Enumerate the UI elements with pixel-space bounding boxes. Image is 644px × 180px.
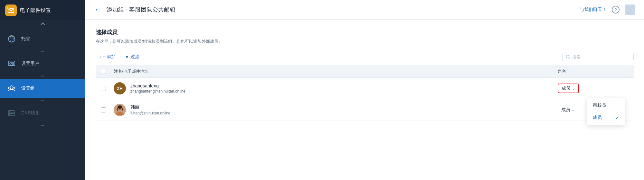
svg-text:www: www bbox=[9, 35, 14, 37]
nav-dots-3 bbox=[0, 98, 85, 104]
option-label: 成员 bbox=[593, 115, 602, 121]
sidebar-item-label: 托管 bbox=[21, 36, 30, 42]
role-dropdown-trigger[interactable]: 成员 ⌄ bbox=[558, 84, 579, 93]
topbar-right: 与我们聊天！ ? bbox=[580, 4, 635, 15]
role-dropdown-popup: 审核员 成员 ✓ bbox=[587, 98, 625, 125]
user-icon bbox=[6, 59, 17, 69]
sidebar-title: 电子邮件设置 bbox=[20, 7, 51, 14]
sidebar-item-dns[interactable]: DNS映射 bbox=[0, 104, 85, 123]
sidebar-item-groups[interactable]: 设置组 bbox=[0, 79, 85, 98]
add-icon: + bbox=[99, 54, 101, 59]
svg-point-8 bbox=[10, 62, 12, 64]
svg-point-12 bbox=[10, 86, 13, 89]
sidebar-item-label: DNS映射 bbox=[21, 110, 40, 116]
toolbar-divider: | bbox=[119, 54, 121, 60]
chevron-down-icon: ⌄ bbox=[572, 108, 574, 112]
section-desc: 在这里，您可以添加成员/组审核员到该组。您也可以添加外部成员。 bbox=[96, 39, 634, 44]
sidebar-item-users[interactable]: 设置用户 bbox=[0, 54, 85, 73]
chevron-down-icon: ⌄ bbox=[572, 86, 575, 91]
svg-point-19 bbox=[566, 55, 569, 58]
row-checkbox[interactable] bbox=[101, 86, 106, 91]
user-name: 韩丽 bbox=[130, 104, 558, 110]
user-info: zhangsanfeng zhangsanfeng@zhihuitan.onli… bbox=[130, 83, 558, 94]
filter-label: 过滤 bbox=[130, 54, 139, 60]
dropdown-option-member[interactable]: 成员 ✓ bbox=[587, 112, 625, 124]
table-header: 姓名/电子邮件地址 角色 bbox=[96, 65, 634, 78]
row-check bbox=[101, 107, 114, 113]
header-name: 姓名/电子邮件地址 bbox=[114, 68, 558, 74]
user-email: zhangsanfeng@zhihuitan.online bbox=[130, 89, 558, 94]
user-info: 韩丽 li.han@zhihuitan.online bbox=[130, 104, 558, 115]
sidebar-item-label: 设置用户 bbox=[21, 61, 39, 67]
section-title: 选择成员 bbox=[96, 29, 634, 36]
svg-text:@: @ bbox=[8, 7, 10, 9]
svg-point-17 bbox=[9, 111, 10, 112]
search-box[interactable] bbox=[562, 53, 634, 61]
dns-icon bbox=[6, 108, 17, 118]
select-all-checkbox[interactable] bbox=[101, 69, 106, 74]
nav-dots-2 bbox=[0, 73, 85, 79]
page-title: 添加组 - 客服团队公共邮箱 bbox=[107, 6, 580, 14]
chat-link[interactable]: 与我们聊天！ bbox=[580, 7, 607, 13]
role-label: 成员 bbox=[562, 86, 571, 91]
scroll-up-btn[interactable] bbox=[0, 21, 85, 27]
content-area: 选择成员 在这里，您可以添加成员/组审核员到该组。您也可以添加外部成员。 + +… bbox=[85, 20, 644, 180]
app-logo: @ bbox=[5, 4, 17, 16]
header-check bbox=[101, 69, 114, 74]
sidebar: @ 电子邮件设置 www 托管 bbox=[0, 0, 85, 180]
sidebar-item-label: 设置组 bbox=[21, 86, 35, 91]
svg-line-20 bbox=[569, 58, 570, 59]
sidebar-nav: www 托管 设置用户 bbox=[0, 27, 85, 180]
help-button[interactable]: ? bbox=[612, 6, 620, 14]
nav-dots-4 bbox=[0, 123, 85, 128]
group-icon bbox=[6, 83, 17, 94]
option-label: 审核员 bbox=[593, 103, 606, 108]
svg-point-18 bbox=[9, 114, 10, 115]
row-checkbox[interactable] bbox=[101, 107, 106, 113]
svg-point-23 bbox=[118, 105, 122, 109]
header-role: 角色 bbox=[558, 68, 629, 74]
nav-dots-1 bbox=[0, 49, 85, 54]
table-row: 韩丽 li.han@zhihuitan.online 成员 ⌄ bbox=[96, 99, 634, 121]
role-cell: 成员 ⌄ 审核员 成员 ✓ bbox=[558, 84, 629, 93]
table-row: ZH zhangsanfeng zhangsanfeng@zhihuitan.o… bbox=[96, 78, 634, 99]
add-label: + 添加 bbox=[103, 54, 116, 60]
check-icon: ✓ bbox=[615, 115, 619, 120]
sidebar-header: @ 电子邮件设置 bbox=[0, 0, 85, 21]
avatar bbox=[114, 104, 126, 116]
avatar: ZH bbox=[114, 82, 126, 94]
row-check bbox=[101, 86, 114, 91]
add-button[interactable]: + + 添加 bbox=[96, 52, 119, 62]
globe-icon: www bbox=[6, 34, 17, 44]
user-name: zhangsanfeng bbox=[130, 83, 558, 88]
search-icon bbox=[566, 55, 570, 59]
filter-button[interactable]: ▼ 过滤 bbox=[121, 52, 143, 62]
dropdown-option-reviewer[interactable]: 审核员 bbox=[587, 99, 625, 112]
role-label: 成员 bbox=[561, 107, 570, 113]
role-dropdown-trigger[interactable]: 成员 ⌄ bbox=[558, 105, 578, 114]
search-input[interactable] bbox=[572, 55, 630, 59]
table-toolbar: + + 添加 | ▼ 过滤 bbox=[96, 52, 634, 65]
account-avatar[interactable] bbox=[625, 4, 635, 15]
main-content: ← 添加组 - 客服团队公共邮箱 与我们聊天！ ? 选择成员 在这里，您可以添加… bbox=[85, 0, 644, 180]
filter-icon: ▼ bbox=[125, 54, 129, 59]
topbar: ← 添加组 - 客服团队公共邮箱 与我们聊天！ ? bbox=[85, 0, 644, 20]
user-email: li.han@zhihuitan.online bbox=[130, 111, 558, 115]
back-button[interactable]: ← bbox=[94, 6, 101, 13]
sidebar-item-hosting[interactable]: www 托管 bbox=[0, 29, 85, 49]
